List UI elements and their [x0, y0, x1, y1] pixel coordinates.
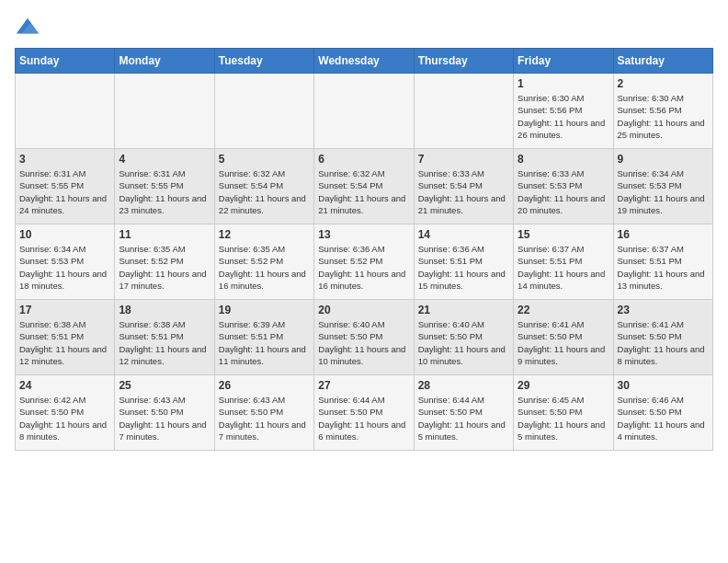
calendar-body: 1Sunrise: 6:30 AM Sunset: 5:56 PM Daylig…	[16, 74, 713, 451]
day-info: Sunrise: 6:38 AM Sunset: 5:51 PM Dayligh…	[119, 318, 210, 367]
day-cell: 29Sunrise: 6:45 AM Sunset: 5:50 PM Dayli…	[514, 375, 613, 451]
day-info: Sunrise: 6:36 AM Sunset: 5:51 PM Dayligh…	[418, 243, 509, 292]
day-number: 11	[119, 228, 210, 241]
day-number: 17	[19, 304, 110, 316]
day-info: Sunrise: 6:38 AM Sunset: 5:51 PM Dayligh…	[19, 318, 110, 367]
day-cell: 2Sunrise: 6:30 AM Sunset: 5:56 PM Daylig…	[613, 74, 712, 149]
day-cell: 19Sunrise: 6:39 AM Sunset: 5:51 PM Dayli…	[214, 300, 313, 375]
day-cell: 27Sunrise: 6:44 AM Sunset: 5:50 PM Dayli…	[314, 375, 414, 451]
header	[15, 15, 713, 40]
day-info: Sunrise: 6:41 AM Sunset: 5:50 PM Dayligh…	[618, 318, 709, 367]
day-info: Sunrise: 6:41 AM Sunset: 5:50 PM Dayligh…	[518, 318, 609, 367]
header-cell-thursday: Thursday	[414, 49, 513, 74]
header-cell-saturday: Saturday	[613, 49, 712, 74]
day-number: 14	[418, 228, 509, 241]
day-number: 23	[618, 304, 709, 316]
day-cell: 17Sunrise: 6:38 AM Sunset: 5:51 PM Dayli…	[16, 300, 115, 375]
day-number: 6	[318, 153, 409, 166]
day-cell: 30Sunrise: 6:46 AM Sunset: 5:50 PM Dayli…	[613, 375, 712, 451]
week-row-4: 17Sunrise: 6:38 AM Sunset: 5:51 PM Dayli…	[16, 300, 713, 375]
day-number: 1	[518, 77, 609, 90]
day-info: Sunrise: 6:39 AM Sunset: 5:51 PM Dayligh…	[219, 318, 310, 367]
day-number: 19	[219, 304, 310, 316]
day-number: 10	[19, 228, 110, 241]
day-info: Sunrise: 6:30 AM Sunset: 5:56 PM Dayligh…	[518, 92, 609, 141]
day-cell	[314, 74, 414, 149]
day-info: Sunrise: 6:43 AM Sunset: 5:50 PM Dayligh…	[219, 394, 310, 442]
logo	[15, 15, 44, 40]
calendar-header: SundayMondayTuesdayWednesdayThursdayFrid…	[16, 49, 713, 74]
day-number: 15	[518, 228, 609, 241]
day-cell: 28Sunrise: 6:44 AM Sunset: 5:50 PM Dayli…	[414, 375, 513, 451]
day-number: 24	[19, 379, 110, 392]
day-cell: 24Sunrise: 6:42 AM Sunset: 5:50 PM Dayli…	[16, 375, 115, 451]
day-number: 25	[119, 379, 210, 392]
day-number: 3	[19, 153, 110, 166]
day-info: Sunrise: 6:40 AM Sunset: 5:50 PM Dayligh…	[418, 318, 509, 367]
day-cell	[115, 74, 214, 149]
day-info: Sunrise: 6:32 AM Sunset: 5:54 PM Dayligh…	[318, 167, 409, 216]
day-info: Sunrise: 6:35 AM Sunset: 5:52 PM Dayligh…	[119, 243, 210, 292]
day-info: Sunrise: 6:40 AM Sunset: 5:50 PM Dayligh…	[318, 318, 409, 367]
day-info: Sunrise: 6:35 AM Sunset: 5:52 PM Dayligh…	[219, 243, 310, 292]
day-cell: 3Sunrise: 6:31 AM Sunset: 5:55 PM Daylig…	[16, 149, 115, 224]
day-info: Sunrise: 6:33 AM Sunset: 5:54 PM Dayligh…	[418, 167, 509, 216]
header-cell-sunday: Sunday	[16, 49, 115, 74]
header-cell-tuesday: Tuesday	[214, 49, 313, 74]
day-info: Sunrise: 6:36 AM Sunset: 5:52 PM Dayligh…	[318, 243, 409, 292]
day-info: Sunrise: 6:43 AM Sunset: 5:50 PM Dayligh…	[119, 394, 210, 442]
day-cell: 18Sunrise: 6:38 AM Sunset: 5:51 PM Dayli…	[115, 300, 214, 375]
day-number: 26	[219, 379, 310, 392]
day-cell: 14Sunrise: 6:36 AM Sunset: 5:51 PM Dayli…	[414, 224, 513, 300]
day-info: Sunrise: 6:37 AM Sunset: 5:51 PM Dayligh…	[518, 243, 609, 292]
day-cell: 6Sunrise: 6:32 AM Sunset: 5:54 PM Daylig…	[314, 149, 414, 224]
day-info: Sunrise: 6:37 AM Sunset: 5:51 PM Dayligh…	[618, 243, 709, 292]
day-cell: 25Sunrise: 6:43 AM Sunset: 5:50 PM Dayli…	[115, 375, 214, 451]
day-info: Sunrise: 6:45 AM Sunset: 5:50 PM Dayligh…	[518, 394, 609, 442]
day-cell: 1Sunrise: 6:30 AM Sunset: 5:56 PM Daylig…	[514, 74, 613, 149]
day-cell: 12Sunrise: 6:35 AM Sunset: 5:52 PM Dayli…	[214, 224, 313, 300]
day-cell: 7Sunrise: 6:33 AM Sunset: 5:54 PM Daylig…	[414, 149, 513, 224]
day-number: 16	[618, 228, 709, 241]
day-number: 28	[418, 379, 509, 392]
day-number: 2	[618, 77, 709, 90]
day-number: 21	[418, 304, 509, 316]
day-info: Sunrise: 6:44 AM Sunset: 5:50 PM Dayligh…	[318, 394, 409, 442]
day-cell: 23Sunrise: 6:41 AM Sunset: 5:50 PM Dayli…	[613, 300, 712, 375]
day-info: Sunrise: 6:44 AM Sunset: 5:50 PM Dayligh…	[418, 394, 509, 442]
header-cell-wednesday: Wednesday	[314, 49, 414, 74]
day-number: 4	[119, 153, 210, 166]
day-number: 27	[318, 379, 409, 392]
day-number: 5	[219, 153, 310, 166]
day-cell: 11Sunrise: 6:35 AM Sunset: 5:52 PM Dayli…	[115, 224, 214, 300]
day-cell: 21Sunrise: 6:40 AM Sunset: 5:50 PM Dayli…	[414, 300, 513, 375]
header-row: SundayMondayTuesdayWednesdayThursdayFrid…	[16, 49, 713, 74]
day-info: Sunrise: 6:33 AM Sunset: 5:53 PM Dayligh…	[518, 167, 609, 216]
header-cell-monday: Monday	[115, 49, 214, 74]
day-info: Sunrise: 6:31 AM Sunset: 5:55 PM Dayligh…	[19, 167, 110, 216]
day-info: Sunrise: 6:34 AM Sunset: 5:53 PM Dayligh…	[19, 243, 110, 292]
day-cell	[16, 74, 115, 149]
day-number: 29	[518, 379, 609, 392]
day-cell	[214, 74, 313, 149]
day-number: 9	[618, 153, 709, 166]
week-row-1: 1Sunrise: 6:30 AM Sunset: 5:56 PM Daylig…	[16, 74, 713, 149]
day-number: 22	[518, 304, 609, 316]
header-cell-friday: Friday	[514, 49, 613, 74]
day-number: 13	[318, 228, 409, 241]
day-info: Sunrise: 6:32 AM Sunset: 5:54 PM Dayligh…	[219, 167, 310, 216]
day-number: 18	[119, 304, 210, 316]
day-info: Sunrise: 6:34 AM Sunset: 5:53 PM Dayligh…	[618, 167, 709, 216]
day-number: 20	[318, 304, 409, 316]
day-cell: 13Sunrise: 6:36 AM Sunset: 5:52 PM Dayli…	[314, 224, 414, 300]
day-cell: 5Sunrise: 6:32 AM Sunset: 5:54 PM Daylig…	[214, 149, 313, 224]
week-row-3: 10Sunrise: 6:34 AM Sunset: 5:53 PM Dayli…	[16, 224, 713, 300]
week-row-5: 24Sunrise: 6:42 AM Sunset: 5:50 PM Dayli…	[16, 375, 713, 451]
day-cell: 8Sunrise: 6:33 AM Sunset: 5:53 PM Daylig…	[514, 149, 613, 224]
day-info: Sunrise: 6:30 AM Sunset: 5:56 PM Dayligh…	[618, 92, 709, 141]
day-cell: 16Sunrise: 6:37 AM Sunset: 5:51 PM Dayli…	[613, 224, 712, 300]
day-cell: 22Sunrise: 6:41 AM Sunset: 5:50 PM Dayli…	[514, 300, 613, 375]
day-number: 12	[219, 228, 310, 241]
day-cell: 10Sunrise: 6:34 AM Sunset: 5:53 PM Dayli…	[16, 224, 115, 300]
day-number: 7	[418, 153, 509, 166]
